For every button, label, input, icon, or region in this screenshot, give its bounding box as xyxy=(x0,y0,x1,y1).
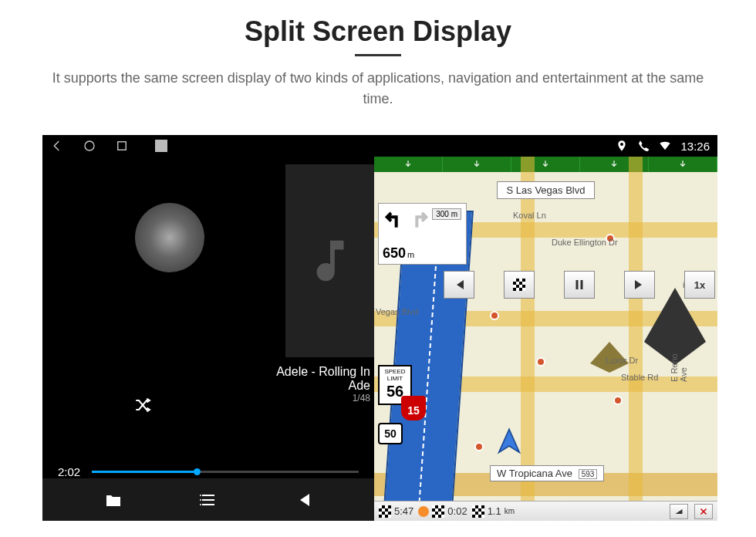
track-count: 1/48 xyxy=(276,393,370,404)
elapsed-time: 2:02 xyxy=(58,465,80,478)
recents-icon[interactable] xyxy=(115,139,129,153)
title-underline xyxy=(355,54,401,56)
page-title: Split Screen Display xyxy=(31,15,725,48)
shuffle-icon[interactable] xyxy=(131,396,154,414)
street-luxor: Luxor Dr xyxy=(606,356,638,365)
previous-track-icon[interactable] xyxy=(292,491,315,509)
next-turn-distance: 300 m xyxy=(432,208,461,220)
music-player-pane: Adele - Rolling In Ade 1/48 2:02 xyxy=(42,157,374,521)
flag-button[interactable] xyxy=(504,271,535,299)
track-title: Adele - Rolling In xyxy=(276,365,370,379)
svg-point-2 xyxy=(200,495,201,496)
svg-rect-6 xyxy=(581,280,583,289)
album-art-placeholder xyxy=(285,164,374,357)
svg-rect-5 xyxy=(576,280,579,289)
device-frame: 13:26 Adele - Rolling In Ade 1/48 2:02 xyxy=(42,135,717,521)
playlist-icon[interactable] xyxy=(197,491,220,509)
android-status-bar: 13:26 xyxy=(42,135,717,157)
track-artist: Ade xyxy=(276,379,370,393)
turn-indicator: 300 m 650m xyxy=(378,203,467,265)
svg-point-3 xyxy=(200,499,201,501)
folder-icon[interactable] xyxy=(102,491,125,509)
menu-button[interactable] xyxy=(670,504,688,519)
playback-speed-button[interactable]: 1x xyxy=(684,271,715,299)
music-note-icon xyxy=(303,226,357,296)
prev-waypoint-button[interactable] xyxy=(444,271,474,299)
route-shield: 50 xyxy=(378,423,403,444)
checkered-flag-icon xyxy=(472,505,484,518)
phone-icon xyxy=(637,140,650,152)
turn-distance: 650 xyxy=(383,245,406,261)
back-icon[interactable] xyxy=(50,139,64,153)
interstate-shield: 15 xyxy=(401,396,426,420)
street-koval: Koval Ln xyxy=(513,211,546,220)
navigation-pane: S Las Vegas Blvd Koval Ln Duke Ellington… xyxy=(374,157,717,521)
distance-display: 1.1 km xyxy=(472,505,515,518)
svg-point-4 xyxy=(200,504,201,505)
location-icon xyxy=(616,140,628,152)
svg-rect-1 xyxy=(118,142,127,150)
next-waypoint-button[interactable] xyxy=(624,271,655,299)
turn-distance-unit: m xyxy=(407,250,414,259)
trip-time-display: 0:02 xyxy=(418,505,467,518)
home-icon[interactable] xyxy=(83,139,96,153)
turn-right-icon xyxy=(407,207,431,231)
marker-icon xyxy=(418,506,429,517)
pause-button[interactable] xyxy=(564,271,595,299)
page-subtitle: It supports the same screen display of t… xyxy=(39,68,717,110)
clock: 13:26 xyxy=(680,140,710,153)
cross-street-label: W Tropicana Ave 593 xyxy=(490,465,604,481)
vehicle-cursor-icon xyxy=(494,427,525,461)
street-duke: Duke Ellington Dr xyxy=(552,238,618,247)
street-vegas: Vegas Blvd xyxy=(376,307,418,316)
checkered-flag-icon xyxy=(432,505,444,518)
seek-bar[interactable] xyxy=(92,471,359,473)
current-street-label: S Las Vegas Blvd xyxy=(497,181,596,199)
turn-left-icon xyxy=(382,207,407,231)
nav-bottom-bar: 5:47 0:02 1.1 km xyxy=(374,501,717,521)
svg-point-0 xyxy=(85,141,94,150)
street-reno: E Reno Ave xyxy=(670,343,688,382)
eta-display: 5:47 xyxy=(379,505,413,518)
wifi-icon xyxy=(659,140,671,152)
screenshot-icon xyxy=(155,140,167,152)
album-disc[interactable] xyxy=(135,203,204,272)
street-stable: Stable Rd xyxy=(621,373,658,382)
close-button[interactable] xyxy=(694,504,713,519)
checkered-flag-icon xyxy=(379,505,391,518)
